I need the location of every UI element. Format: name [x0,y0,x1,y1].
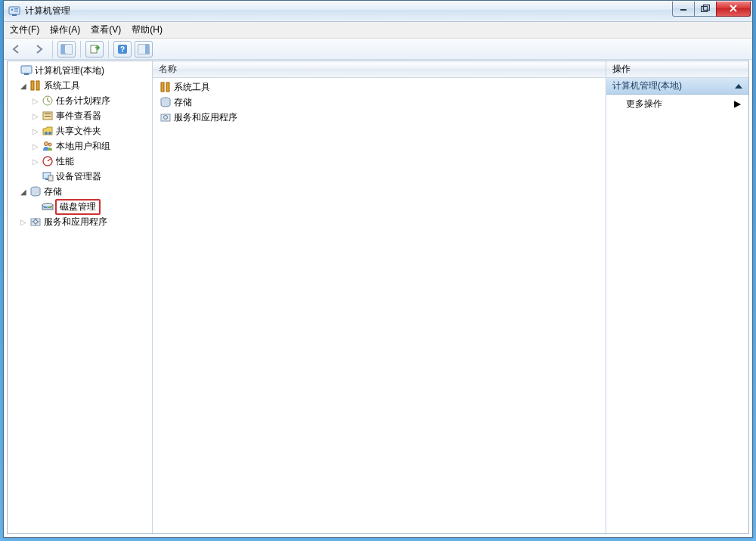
tree-label: 任务计划程序 [56,95,110,107]
expand-icon[interactable]: ▷ [18,216,29,227]
tree-task-scheduler[interactable]: ▷ 任务计划程序 [8,93,152,108]
users-icon [42,140,54,152]
list-item-label: 系统工具 [174,81,210,94]
tree-shared-folders[interactable]: ▷ 共享文件夹 [8,123,152,138]
maximize-button[interactable] [694,2,717,17]
tree-label: 共享文件夹 [56,125,101,138]
tree-storage[interactable]: ◢ 存储 [8,184,152,199]
expand-icon[interactable]: ▷ [30,156,41,166]
svg-point-35 [42,204,53,207]
list-pane: 名称 系统工具 存储 [153,61,606,533]
svg-rect-32 [48,176,53,181]
toolbar-help-button[interactable]: ? [113,41,132,58]
menu-action[interactable]: 操作(A) [50,23,80,36]
system-tools-icon [160,81,172,93]
actions-section-header[interactable]: 计算机管理(本地) [606,78,748,95]
tree-label: 计算机管理(本地) [35,64,104,77]
menu-help[interactable]: 帮助(H) [132,23,163,36]
actions-section-label: 计算机管理(本地) [612,79,682,92]
svg-rect-4 [14,11,18,12]
content-area: 计算机管理(本地) ◢ 系统工具 ▷ 任务计划程序 [7,61,749,534]
svg-rect-17 [21,66,32,73]
collapse-icon[interactable]: ◢ [18,80,29,91]
minimize-button[interactable] [672,2,695,17]
svg-rect-7 [704,5,710,11]
tree-system-tools[interactable]: ◢ 系统工具 [8,78,152,93]
expand-icon[interactable]: ▷ [30,126,41,136]
list-item[interactable]: 存储 [156,95,603,110]
svg-rect-9 [61,45,65,54]
list-column-header[interactable]: 名称 [153,61,606,78]
tree-performance[interactable]: ▷ 性能 [8,154,152,169]
tree-label: 设备管理器 [56,170,101,183]
blank-icon [30,201,41,212]
system-tools-icon [29,79,42,92]
svg-rect-6 [702,7,708,12]
tree-local-users-groups[interactable]: ▷ 本地用户和组 [8,138,152,154]
toolbar-show-action-pane-button[interactable] [135,41,153,58]
expand-icon[interactable]: ▷ [30,110,41,121]
toolbar: ? [4,39,752,60]
navigation-tree: 计算机管理(本地) ◢ 系统工具 ▷ 任务计划程序 [8,61,152,231]
collapse-icon[interactable]: ◢ [18,186,29,197]
tree-label: 存储 [44,185,62,198]
svg-rect-11 [91,45,97,53]
clock-icon [42,95,54,107]
actions-pane-header: 操作 [606,61,748,78]
svg-rect-19 [31,81,34,90]
tree-services-apps[interactable]: ▷ 服务和应用程序 [8,214,152,229]
list-item[interactable]: 系统工具 [156,79,603,95]
svg-rect-1 [12,14,17,16]
column-name-label: 名称 [159,63,177,76]
services-icon [29,216,42,228]
menu-file[interactable]: 文件(F) [10,23,39,36]
tree-device-manager[interactable]: 设备管理器 [8,169,152,184]
tree-label: 事件查看器 [56,110,101,123]
services-icon [160,111,172,123]
tree-root[interactable]: 计算机管理(本地) [8,63,152,78]
svg-rect-31 [45,179,48,180]
list-item[interactable]: 服务和应用程序 [156,110,603,125]
svg-text:?: ? [120,45,125,54]
toolbar-export-button[interactable] [85,41,104,58]
tree-pane: 计算机管理(本地) ◢ 系统工具 ▷ 任务计划程序 [8,61,153,533]
svg-point-26 [48,132,51,135]
collapse-up-icon [735,84,742,89]
expand-icon[interactable]: ▷ [30,141,41,151]
close-button[interactable] [716,2,751,17]
svg-rect-41 [166,82,169,92]
svg-point-2 [11,8,14,11]
toolbar-forward-button[interactable] [29,41,48,58]
menu-view[interactable]: 查看(V) [91,23,121,36]
storage-icon [160,96,172,108]
computer-management-icon [20,64,33,76]
titlebar[interactable]: 计算机管理 [4,1,752,22]
app-window: 计算机管理 文件(F) 操作(A) 查看(V) 帮助(H) [3,0,753,538]
blank-icon [30,171,41,182]
toolbar-show-hide-tree-button[interactable] [57,41,76,58]
expand-icon [9,65,20,76]
svg-rect-37 [48,207,51,208]
svg-rect-20 [36,81,39,90]
window-title: 计算机管理 [25,5,70,17]
tree-label: 服务和应用程序 [44,216,107,229]
performance-icon [42,155,54,167]
expand-icon[interactable]: ▷ [30,95,41,106]
svg-rect-10 [66,45,72,54]
list-item-label: 存储 [174,96,192,109]
svg-point-25 [45,132,48,135]
tree-event-viewer[interactable]: ▷ 事件查看器 [8,108,152,123]
svg-rect-5 [680,9,686,11]
svg-rect-15 [145,45,149,54]
list-body: 系统工具 存储 服务和应用程序 [153,78,606,126]
app-icon [8,5,20,17]
tree-disk-management[interactable]: 磁盘管理 [8,199,152,214]
toolbar-separator [108,41,109,58]
actions-more-item[interactable]: 更多操作 ▶ [606,95,748,113]
window-controls [673,2,751,17]
toolbar-back-button[interactable] [8,41,26,58]
svg-rect-23 [45,113,51,114]
actions-pane: 操作 计算机管理(本地) 更多操作 ▶ [606,61,748,533]
actions-header-label: 操作 [612,63,631,76]
svg-rect-24 [45,116,51,117]
